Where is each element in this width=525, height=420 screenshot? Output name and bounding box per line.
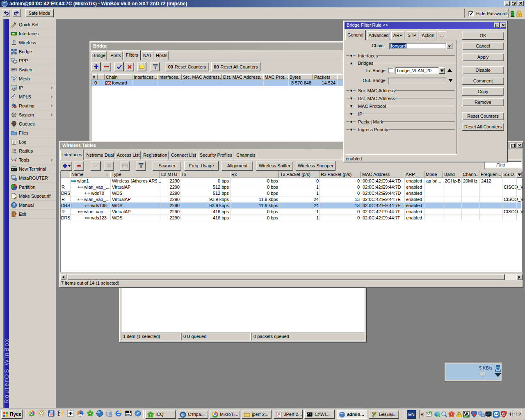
svg-text:RouterOS WinBox: RouterOS WinBox [3, 338, 10, 404]
svg-text:255: 255 [12, 86, 17, 89]
svg-text:VNC: VNC [126, 413, 131, 416]
svg-text:?: ? [13, 203, 15, 208]
svg-text:C:\: C:\ [308, 413, 311, 415]
